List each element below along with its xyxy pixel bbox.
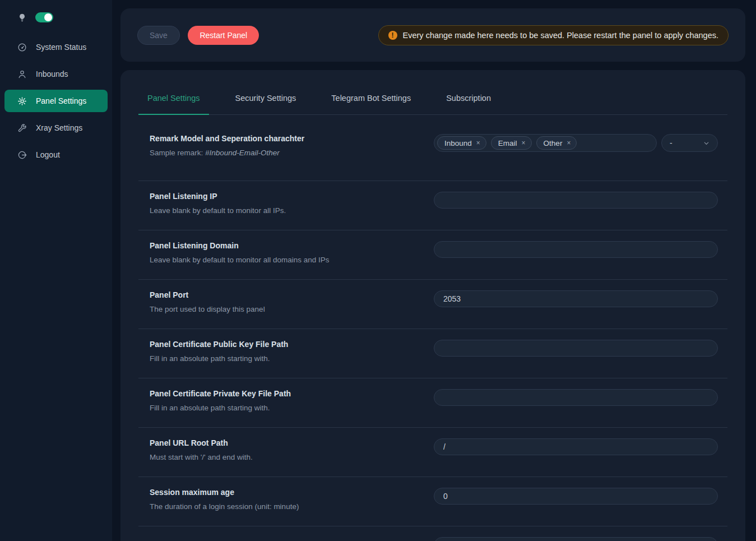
dashboard-icon [17,43,27,52]
field-control [434,241,718,258]
panel-port-input[interactable] [434,290,718,307]
field-description: Leave blank by default to monitor all do… [150,256,420,264]
field-control [434,192,718,209]
field-description: Fill in an absolute path starting with. [150,404,420,412]
sidebar: System Status Inbounds Panel Settings [0,0,112,541]
field-control [434,537,718,541]
field-label: Panel Port [150,290,420,299]
field-description: The port used to display this panel [150,305,420,313]
sidebar-item-label: Logout [36,150,60,159]
field-label: Panel Listening Domain [150,241,420,250]
tab-panel-settings[interactable]: Panel Settings [138,81,209,114]
field-label: Remark Model and Seperation charachter [150,134,420,143]
tab-security-settings[interactable]: Security Settings [226,81,305,114]
main-content: Save Restart Panel ! Every change made h… [112,0,756,541]
field-control [434,340,718,357]
field-label-block: Panel Certificate Public Key File Path F… [150,340,434,363]
gear-icon [17,96,27,106]
form-row-remark-model: Remark Model and Seperation charachter S… [138,115,727,181]
field-label-block: Panel Certificate Private Key File Path … [150,389,434,412]
field-control [434,488,718,505]
desc-prefix: Sample remark: [150,149,205,157]
logout-icon [17,150,27,160]
theme-toggle-row [0,12,112,22]
separator-select[interactable]: - [661,134,718,152]
chevron-down-icon [703,140,709,146]
field-label: Panel Listening IP [150,192,420,201]
field-label: Panel Certificate Private Key File Path [150,389,420,398]
unsaved-changes-alert: ! Every change made here needs to be sav… [378,25,729,45]
session-max-age-input[interactable] [434,488,718,505]
tab-telegram-bot-settings[interactable]: Telegram Bot Settings [322,81,420,114]
separator-select-value: - [670,138,672,147]
tag-label: Inbound [444,139,472,147]
form-row-panel-listening-domain: Panel Listening Domain Leave blank by de… [138,230,727,279]
form-row-panel-port: Panel Port The port used to display this… [138,279,727,329]
sidebar-item-label: Inbounds [36,70,68,78]
panel-listening-domain-input[interactable] [434,241,718,258]
close-icon[interactable]: × [522,140,526,146]
form-row-session-max-age: Session maximum age The duration of a lo… [138,477,727,526]
tag-email: Email × [491,136,532,150]
sample-remark: #Inbound-Email-Other [205,149,280,157]
field-description: Fill in an absolute path starting with. [150,354,420,363]
form-row-partial [138,526,727,541]
field-control [434,438,718,455]
field-description: Must start with '/' and end with. [150,453,420,461]
action-bar: Save Restart Panel ! Every change made h… [120,8,745,62]
settings-card: Panel Settings Security Settings Telegra… [120,70,745,541]
partial-row-input[interactable] [434,537,718,541]
remark-model-multiselect[interactable]: Inbound × Email × Other × [434,134,657,152]
form-row-cert-public-key-path: Panel Certificate Public Key File Path F… [138,329,727,378]
sidebar-item-panel-settings[interactable]: Panel Settings [4,90,108,112]
dark-mode-toggle[interactable] [35,12,53,22]
sidebar-nav: System Status Inbounds Panel Settings [0,34,112,168]
sidebar-item-label: Panel Settings [36,96,86,105]
field-label-block: Session maximum age The duration of a lo… [150,488,434,511]
form-row-cert-private-key-path: Panel Certificate Private Key File Path … [138,378,727,427]
tag-label: Other [544,139,563,147]
warning-icon: ! [388,31,397,40]
restart-panel-button[interactable]: Restart Panel [188,26,259,45]
field-description: Leave blank by default to monitor all IP… [150,206,420,215]
tag-label: Email [498,139,517,147]
field-control: Inbound × Email × Other × - [434,134,718,152]
cert-private-key-path-input[interactable] [434,389,718,406]
sidebar-item-system-status[interactable]: System Status [4,36,108,58]
field-label-block: Panel Listening Domain Leave blank by de… [150,241,434,264]
tag-other: Other × [536,136,577,150]
save-button[interactable]: Save [137,26,180,45]
sidebar-item-xray-settings[interactable]: Xray Settings [4,117,108,139]
field-label: Panel Certificate Public Key File Path [150,340,420,349]
sidebar-item-logout[interactable]: Logout [4,144,108,166]
panel-url-root-path-input[interactable] [434,438,718,455]
lightbulb-icon [17,13,27,22]
field-control [434,389,718,406]
toggle-knob [44,13,52,21]
tab-subscription[interactable]: Subscription [437,81,500,114]
user-icon [17,70,27,79]
form-row-panel-listening-ip: Panel Listening IP Leave blank by defaul… [138,181,727,230]
sidebar-item-label: System Status [36,43,86,52]
field-label-block: Remark Model and Seperation charachter S… [150,134,434,157]
action-buttons: Save Restart Panel [137,26,259,45]
sidebar-item-label: Xray Settings [36,123,82,132]
cert-public-key-path-input[interactable] [434,340,718,357]
field-label-block: Panel Listening IP Leave blank by defaul… [150,192,434,215]
alert-text: Every change made here needs to be saved… [403,31,718,40]
field-label-block: Panel Port The port used to display this… [150,290,434,313]
panel-listening-ip-input[interactable] [434,192,718,209]
close-icon[interactable]: × [567,140,571,146]
wrench-icon [17,123,27,133]
form-row-panel-url-root-path: Panel URL Root Path Must start with '/' … [138,427,727,477]
tag-inbound: Inbound × [437,136,486,150]
field-label: Panel URL Root Path [150,438,420,447]
sidebar-item-inbounds[interactable]: Inbounds [4,63,108,85]
settings-tabs: Panel Settings Security Settings Telegra… [138,81,727,115]
field-control [434,290,718,307]
field-label: Session maximum age [150,488,420,497]
close-icon[interactable]: × [476,140,480,146]
field-description: The duration of a login session (unit: m… [150,502,420,511]
field-label-block: Panel URL Root Path Must start with '/' … [150,438,434,461]
field-description: Sample remark: #Inbound-Email-Other [150,149,420,157]
